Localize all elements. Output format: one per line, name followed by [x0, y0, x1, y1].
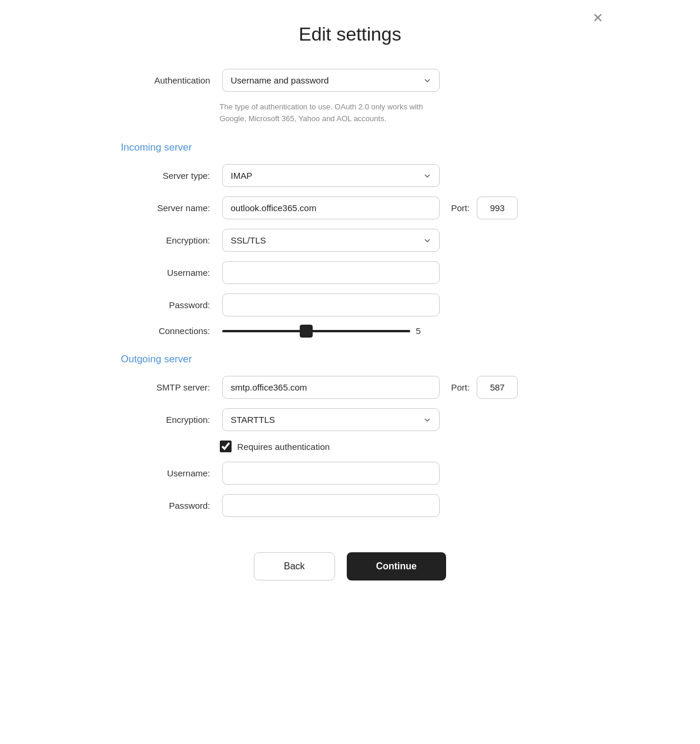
footer: Back Continue [121, 552, 580, 580]
back-button[interactable]: Back [254, 552, 335, 580]
edit-settings-dialog: ✕ Edit settings Authentication Username … [86, 0, 615, 616]
smtp-server-row: SMTP server: Port: [121, 376, 580, 399]
close-button[interactable]: ✕ [592, 12, 603, 25]
outgoing-password-input[interactable] [222, 494, 440, 517]
authentication-row: Authentication Username and password OAu… [121, 69, 580, 92]
outgoing-server-label: Outgoing server [121, 353, 580, 365]
connections-value: 5 [416, 326, 428, 336]
incoming-port-label: Port: [451, 203, 470, 213]
requires-auth-checkbox[interactable] [220, 441, 232, 452]
incoming-password-label: Password: [121, 300, 215, 310]
connections-label: Connections: [121, 326, 215, 336]
authentication-label: Authentication [121, 75, 215, 85]
incoming-encryption-row: Encryption: SSL/TLS STARTTLS None [121, 229, 580, 252]
smtp-input[interactable] [222, 376, 440, 399]
server-name-input[interactable] [222, 196, 440, 219]
server-type-label: Server type: [121, 171, 215, 181]
authentication-hint: The type of authentication to use. OAuth… [220, 101, 437, 124]
authentication-section: Authentication Username and password OAu… [121, 69, 580, 124]
incoming-encryption-select[interactable]: SSL/TLS STARTTLS None [222, 229, 440, 252]
incoming-password-row: Password: [121, 293, 580, 316]
outgoing-password-row: Password: [121, 494, 580, 517]
outgoing-username-row: Username: [121, 462, 580, 485]
page-title: Edit settings [121, 24, 580, 45]
server-type-select[interactable]: IMAP POP3 [222, 164, 440, 187]
server-name-label: Server name: [121, 203, 215, 213]
outgoing-port-input[interactable] [477, 376, 518, 399]
incoming-server-section: Incoming server Server type: IMAP POP3 S… [121, 142, 580, 336]
outgoing-encryption-label: Encryption: [121, 415, 215, 425]
incoming-username-input[interactable] [222, 261, 440, 284]
incoming-encryption-label: Encryption: [121, 235, 215, 245]
connections-slider[interactable] [222, 330, 410, 332]
continue-button[interactable]: Continue [347, 552, 446, 580]
requires-auth-label: Requires authentication [237, 442, 330, 452]
outgoing-encryption-row: Encryption: STARTTLS SSL/TLS None [121, 408, 580, 431]
outgoing-username-label: Username: [121, 468, 215, 478]
outgoing-server-section: Outgoing server SMTP server: Port: Encry… [121, 353, 580, 517]
incoming-port-input[interactable] [477, 196, 518, 219]
authentication-select[interactable]: Username and password OAuth 2.0 [222, 69, 440, 92]
incoming-password-input[interactable] [222, 293, 440, 316]
connections-slider-wrapper: 5 [222, 326, 440, 336]
server-type-row: Server type: IMAP POP3 [121, 164, 580, 187]
smtp-label: SMTP server: [121, 382, 215, 392]
outgoing-port-label: Port: [451, 382, 470, 392]
requires-auth-row: Requires authentication [220, 441, 580, 452]
incoming-server-label: Incoming server [121, 142, 580, 154]
connections-row: Connections: 5 [121, 326, 580, 336]
incoming-username-row: Username: [121, 261, 580, 284]
incoming-username-label: Username: [121, 268, 215, 278]
server-name-row: Server name: Port: [121, 196, 580, 219]
outgoing-encryption-select[interactable]: STARTTLS SSL/TLS None [222, 408, 440, 431]
outgoing-password-label: Password: [121, 501, 215, 511]
outgoing-username-input[interactable] [222, 462, 440, 485]
